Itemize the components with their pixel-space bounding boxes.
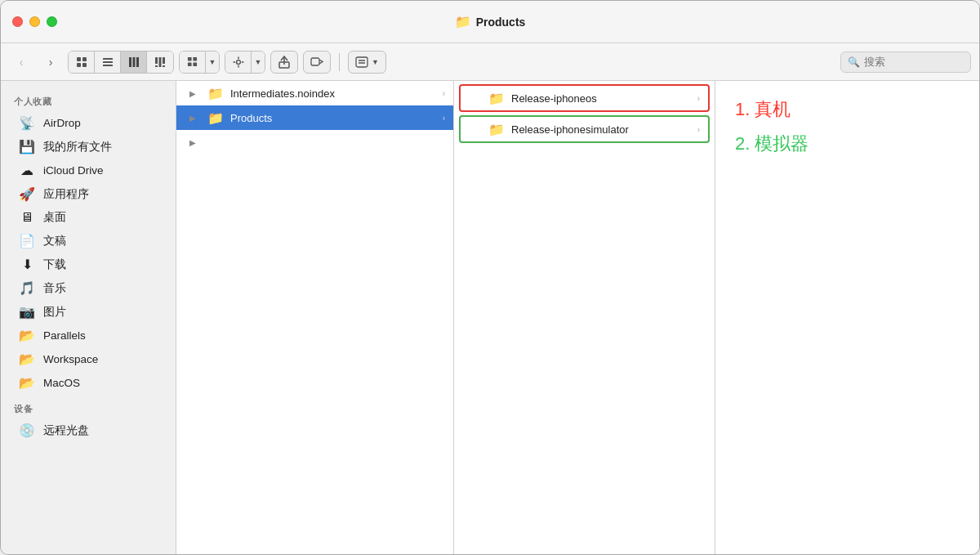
svg-rect-18 [193, 62, 197, 66]
sidebar-item-label: AirDrop [43, 117, 81, 129]
sidebar-item-label: 文稿 [43, 234, 66, 248]
annotation-simulator: 2. 模拟器 [735, 132, 960, 156]
sidebar-item-macos[interactable]: 📂 MacOS [6, 371, 171, 395]
sidebar-devices-header: 设备 [1, 395, 176, 418]
sidebar-item-remote-disk[interactable]: 💿 远程光盘 [6, 418, 171, 442]
svg-rect-26 [311, 58, 319, 65]
svg-rect-16 [193, 57, 197, 61]
tag-button[interactable] [303, 51, 331, 74]
file-row-release-iphonesimulator[interactable]: 📁 Release-iphonesimulator › [461, 117, 708, 141]
svg-rect-2 [77, 63, 81, 67]
arrange-button-group: ▼ [179, 51, 220, 74]
chevron-right-icon: › [697, 94, 700, 103]
list-view-button[interactable] [95, 51, 121, 74]
search-input[interactable] [864, 56, 954, 68]
sidebar-item-parallels[interactable]: 📂 Parallels [6, 324, 171, 347]
view-button-group [68, 51, 174, 74]
svg-rect-15 [188, 57, 192, 61]
search-icon: 🔍 [848, 56, 860, 68]
forward-button[interactable]: › [38, 52, 63, 72]
downloads-icon: ⬇ [19, 257, 35, 272]
sidebar: 个人收藏 📡 AirDrop 💾 我的所有文件 ☁ iCloud Drive 🚀… [1, 81, 176, 554]
arrange-arrow-button[interactable]: ▼ [206, 51, 219, 74]
action-button[interactable] [225, 51, 252, 74]
sidebar-item-label: 图片 [43, 305, 66, 320]
search-box[interactable]: 🔍 [840, 51, 971, 73]
svg-rect-1 [82, 57, 87, 61]
gallery-view-button[interactable] [147, 51, 173, 74]
airdrop-icon: 📡 [19, 115, 35, 131]
svg-rect-27 [356, 57, 368, 67]
action-arrow-button[interactable]: ▼ [252, 51, 265, 74]
minimize-button[interactable] [29, 16, 40, 27]
sidebar-item-label: Parallels [43, 329, 86, 342]
file-name: Release-iphoneos [511, 92, 597, 105]
sidebar-item-workspace[interactable]: 📂 Workspace [6, 347, 171, 371]
icon-view-button[interactable] [69, 51, 95, 74]
svg-point-19 [236, 60, 240, 64]
sidebar-item-music[interactable]: 🎵 音乐 [6, 276, 171, 300]
annotation-panel: 1. 真机 2. 模拟器 [715, 81, 979, 554]
sidebar-item-desktop[interactable]: 🖥 桌面 [6, 206, 171, 229]
file-row-empty-1[interactable]: ▶ [176, 130, 453, 154]
icloud-icon: ☁ [19, 163, 35, 178]
info-button[interactable]: ▼ [348, 51, 386, 74]
sidebar-item-label: 桌面 [43, 210, 66, 225]
svg-rect-13 [155, 65, 158, 67]
close-button[interactable] [12, 16, 23, 27]
file-row-release-iphoneos[interactable]: 📁 Release-iphoneos › [461, 86, 708, 110]
folder-icon: 📁 [207, 86, 224, 101]
svg-rect-17 [188, 62, 192, 66]
sidebar-item-downloads[interactable]: ⬇ 下载 [6, 253, 171, 276]
apps-icon: 🚀 [19, 186, 35, 202]
sidebar-item-label: 音乐 [43, 281, 66, 296]
file-row-intermediates[interactable]: ▶ 📁 Intermediates.noindex › [176, 81, 453, 105]
file-column-1: ▶ 📁 Intermediates.noindex › ▶ 📁 Products… [176, 81, 454, 554]
sidebar-item-label: 我的所有文件 [43, 140, 112, 154]
back-button[interactable]: ‹ [9, 52, 33, 72]
svg-rect-12 [163, 57, 165, 64]
file-name: Products [230, 112, 272, 124]
remote-disk-icon: 💿 [19, 423, 35, 438]
sidebar-item-all-files[interactable]: 💾 我的所有文件 [6, 135, 171, 159]
toolbar-separator [339, 53, 340, 71]
music-icon: 🎵 [19, 280, 35, 296]
arrange-button[interactable] [180, 51, 206, 74]
expand-arrow: ▶ [189, 114, 201, 123]
file-row-products[interactable]: ▶ 📁 Products › [176, 105, 453, 130]
sidebar-item-icloud[interactable]: ☁ iCloud Drive [6, 159, 171, 182]
sidebar-item-label: MacOS [43, 377, 80, 389]
toolbar: ‹ › ▼ ▼ ▼ � [1, 43, 979, 81]
sidebar-item-documents[interactable]: 📄 文稿 [6, 229, 171, 253]
sidebar-item-apps[interactable]: 🚀 应用程序 [6, 182, 171, 206]
svg-rect-10 [155, 57, 158, 64]
photos-icon: 📷 [19, 304, 35, 320]
sidebar-item-label: 应用程序 [43, 187, 89, 202]
action-button-group: ▼ [225, 51, 265, 74]
svg-rect-11 [159, 57, 162, 67]
expand-arrow: ▶ [189, 138, 201, 147]
titlebar: 📁 Products [1, 1, 979, 43]
documents-icon: 📄 [19, 233, 35, 248]
release-iphonesimulator-container: 📁 Release-iphonesimulator › [459, 115, 710, 143]
share-button[interactable] [270, 51, 298, 74]
svg-rect-14 [163, 65, 165, 67]
expand-arrow: ▶ [189, 89, 201, 98]
svg-rect-4 [103, 58, 113, 60]
svg-rect-6 [103, 65, 113, 66]
column-view-button[interactable] [121, 51, 147, 74]
sidebar-item-label: 远程光盘 [43, 423, 89, 438]
svg-rect-8 [132, 57, 135, 67]
release-iphoneos-container: 📁 Release-iphoneos › [459, 84, 710, 112]
sidebar-item-photos[interactable]: 📷 图片 [6, 300, 171, 324]
file-name: Release-iphonesimulator [511, 123, 629, 136]
chevron-right-icon: › [697, 125, 700, 134]
sidebar-item-airdrop[interactable]: 📡 AirDrop [6, 111, 171, 135]
workspace-icon: 📂 [19, 351, 35, 367]
folder-icon: 📁 [488, 91, 505, 106]
svg-rect-0 [77, 57, 81, 61]
window-title-text: Products [476, 16, 526, 29]
maximize-button[interactable] [47, 16, 57, 27]
svg-rect-7 [129, 57, 131, 67]
parallels-icon: 📂 [19, 328, 35, 343]
